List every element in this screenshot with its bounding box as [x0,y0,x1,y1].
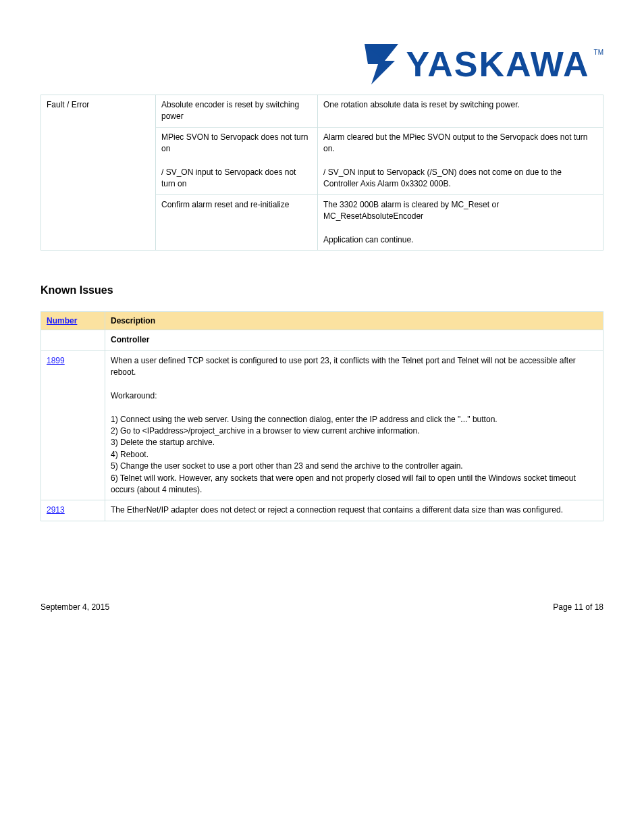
table-row: 1899 When a user defined TCP socket is c… [41,350,603,500]
issue-number [41,330,105,350]
fault-mid-cell: Confirm alarm reset and re-initialize [156,194,318,251]
trademark: TM [594,49,603,56]
page-footer: September 4, 2015 Page 11 of 18 [41,602,603,612]
table-row: Controller [41,330,603,350]
fault-right-cell: One rotation absolute data is reset by s… [318,95,603,128]
issue-desc: The EtherNet/IP adapter does not detect … [105,500,603,521]
fault-label-cell: Fault / Error [41,95,156,251]
issue-number: 2913 [41,500,105,521]
header-number: Number [41,312,105,330]
brand-logo: YASKAWA TM [361,41,603,88]
section-title: Known Issues [41,284,603,296]
fault-mid-cell: MPiec SVON to Servopack does not turn on… [156,127,318,194]
footer-page: Page 11 of 18 [553,602,603,612]
swoosh-icon [361,41,402,88]
fault-mid-cell: Absolute encoder is reset by switching p… [156,95,318,128]
fault-right-cell: Alarm cleared but the MPiec SVON output … [318,127,603,194]
fault-error-table: Fault / Error Absolute encoder is reset … [41,95,603,251]
known-issues-table: Number Description Controller 1899 When … [41,311,603,521]
brand-name: YASKAWA [406,44,589,84]
issue-number: 1899 [41,350,105,500]
header-description: Description [105,312,603,330]
table-header-row: Number Description [41,312,603,330]
fault-right-cell: The 3302 000B alarm is cleared by MC_Res… [318,194,603,251]
table-row: 2913 The EtherNet/IP adapter does not de… [41,500,603,521]
issue-link[interactable]: 2913 [47,505,65,515]
issue-desc: Controller [105,330,603,350]
issue-desc: When a user defined TCP socket is config… [105,350,603,500]
table-row: Fault / Error Absolute encoder is reset … [41,95,603,128]
logo-row: YASKAWA TM [41,0,603,95]
issue-link[interactable]: 1899 [47,356,65,365]
footer-date: September 4, 2015 [41,602,109,612]
